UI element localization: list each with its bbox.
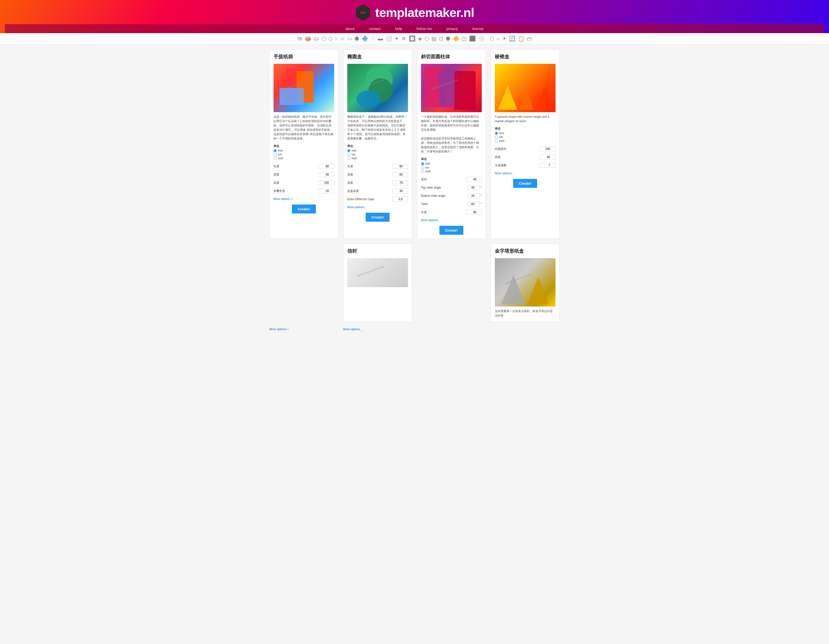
card-handbag-image: WWW.ABSKOOP.COM [274, 64, 334, 112]
handbag-create-btn[interactable]: Create! [292, 205, 316, 213]
shape-icon-14[interactable]: ✦ [394, 36, 399, 42]
handbag-radio-mm[interactable]: mm [274, 149, 334, 152]
shape-icon-10[interactable]: 🔷 [361, 36, 368, 42]
slant-diameter-input[interactable] [466, 177, 482, 182]
card-envelope-image: WWW.ABSKOOP.COM [347, 258, 408, 287]
oval-height-input[interactable] [392, 180, 408, 185]
shape-icon-30[interactable]: 📋 [518, 36, 524, 42]
slant-create-btn[interactable]: Create! [440, 226, 463, 235]
pyramid-unit-group: 单位 mm cm inch [495, 127, 555, 143]
card-pyramid-desc: A pyramid shape with custom height and a… [495, 115, 555, 123]
shape-icon-24[interactable]: ⬛ [469, 36, 476, 42]
oval-lid-input[interactable] [392, 189, 408, 194]
slant-more-options[interactable]: More options... [421, 219, 482, 222]
shape-icon-16[interactable]: 🔲 [409, 36, 416, 42]
handbag-fold-input[interactable] [318, 189, 334, 194]
main-content: 手提纸袋 WWW.ABSKOOP.COM 这是一款经典的纸袋，能压平存放。也许您… [265, 44, 564, 336]
shape-icon-11[interactable]: ♡ [370, 36, 375, 42]
shape-icon-23[interactable]: ◫ [462, 36, 467, 42]
slant-radio-inch[interactable]: inch [421, 170, 482, 173]
bottom-more-options-mid-link[interactable]: More options _ [343, 328, 412, 331]
handbag-unit-group: 单位 mm cm inch [274, 144, 334, 160]
handbag-more-options[interactable]: More options = [274, 197, 334, 201]
handbag-length-input[interactable] [318, 164, 334, 169]
shape-icon-12[interactable]: ▬ [378, 36, 383, 42]
handbag-radio-cm[interactable]: cm [274, 153, 334, 156]
nav-help[interactable]: help [395, 27, 402, 31]
bottom-more-options-left-link[interactable]: More options = [270, 328, 338, 331]
slant-top-angle-input[interactable] [468, 185, 480, 190]
oval-offset-input[interactable] [392, 197, 408, 202]
shape-icon-13[interactable]: ⬜ [386, 36, 392, 42]
shape-icon-31[interactable]: 🗃 [527, 36, 532, 42]
pyramid-diameter-input[interactable] [540, 146, 555, 151]
slant-length-input[interactable] [466, 210, 482, 215]
card-oval-box: 椭圆盒 WWW.ABSKOOP.COM 椭圆形的盒子。该模板由4部分组成，并附带… [343, 49, 412, 239]
card-gold-pyramid-image: WWW.ABSKOOP.COM [495, 258, 555, 307]
shape-icon-8[interactable]: ▭ [347, 36, 352, 42]
shape-icon-18[interactable]: ⬡ [424, 36, 429, 42]
shape-icon-20[interactable]: ⊡ [439, 36, 443, 42]
pyramid-radio-inch[interactable]: inch [495, 139, 555, 143]
pyramid-height-input[interactable] [540, 155, 555, 159]
pyramid-radio-mm[interactable]: mm [495, 132, 555, 135]
oval-radio-mm[interactable]: mm [347, 149, 408, 152]
shape-icon-5[interactable]: ◇ [328, 36, 333, 42]
oval-length-label: 长度 [347, 164, 353, 168]
shape-icon-19[interactable]: ▤ [432, 36, 437, 42]
shape-icon-22[interactable]: 🔶 [453, 36, 459, 42]
pyramid-radio-cm[interactable]: cm [495, 135, 555, 139]
header: ✂ templatemaker.nl about contact help fo… [0, 0, 829, 33]
slant-radio-cm[interactable]: cm [421, 166, 482, 169]
card-oval-image: WWW.ABSKOOP.COM [347, 64, 408, 112]
nav-follow[interactable]: follow me [416, 27, 432, 31]
handbag-width-label: 宽度 [274, 173, 279, 177]
slant-radio-mm[interactable]: mm [421, 162, 482, 165]
pyramid-faces-input[interactable] [540, 163, 555, 168]
shape-icon-15[interactable]: ⭘ [401, 36, 407, 42]
oval-width-input[interactable] [392, 172, 408, 177]
handbag-radio-inch[interactable]: inch [274, 157, 334, 160]
pyramid-create-btn[interactable]: Create! [513, 179, 537, 188]
shape-icon-9[interactable]: ⬟ [355, 36, 359, 42]
icons-bar: 🛍 📦 🗂 ⬡ ◇ ○ ▱ ▭ ⬟ 🔷 ♡ ▬ ⬜ ✦ ⭘ 🔲 ◈ ⬡ ▤ ⊡ … [0, 33, 829, 44]
pyramid-more-options[interactable]: More options... [495, 172, 555, 175]
nav-about[interactable]: about [345, 27, 355, 31]
shape-icon-26[interactable]: ⬡ [490, 36, 494, 42]
oval-length-input[interactable] [392, 164, 408, 169]
shape-icon-28[interactable]: ✈ [502, 36, 506, 42]
nav-contact[interactable]: contact [369, 27, 381, 31]
handbag-width-input[interactable] [318, 172, 334, 177]
shape-icon-4[interactable]: ⬡ [322, 36, 326, 42]
handbag-height-input[interactable] [318, 180, 334, 185]
shape-icon-17[interactable]: ◈ [418, 36, 422, 42]
nav-license[interactable]: license [472, 27, 484, 31]
nav-privacy[interactable]: privacy [446, 27, 458, 31]
slant-length-row: 长度 [421, 210, 482, 215]
oval-radio-cm[interactable]: cm [347, 153, 408, 156]
scissors-icon: ✂ [360, 9, 366, 17]
oval-create-btn[interactable]: Create! [366, 213, 390, 222]
oval-more-options[interactable]: More options... [347, 205, 408, 209]
shape-icon-29[interactable]: 🔄 [509, 36, 515, 42]
pyramid-height-label: 高度 [495, 155, 501, 159]
oval-width-label: 宽度 [347, 173, 353, 177]
shape-icon-2[interactable]: 📦 [305, 36, 311, 42]
shape-icon-21[interactable]: ⬣ [446, 36, 450, 42]
slant-unit-label: 单位 [421, 157, 482, 161]
shape-icon-27[interactable]: ○ [496, 36, 500, 42]
slant-twist-input[interactable] [468, 202, 480, 206]
card-pyramid-image: WWW.ABSKOOP.COM [495, 64, 555, 112]
slant-twist-row: Twist ° [421, 202, 482, 206]
shape-icon-1[interactable]: 🛍 [297, 36, 302, 42]
shape-icon-3[interactable]: 🗂 [314, 36, 319, 42]
shape-icon-7[interactable]: ▱ [340, 36, 345, 42]
oval-height-label: 高度 [347, 181, 353, 185]
oval-unit-label: 单位 [347, 144, 408, 148]
slant-bot-angle-input[interactable] [468, 194, 480, 198]
oval-radio-inch[interactable]: inch [347, 157, 408, 160]
shape-icon-25[interactable]: ⚪ [478, 36, 485, 42]
card-slant-desc: 一个被斜切的圆柱体。它的顶部和底部都可以被斜切。长度代表是这个斜切圆柱体中心轴的… [421, 115, 482, 154]
shape-icon-6[interactable]: ○ [335, 36, 338, 42]
card-envelope: 信封 WWW.ABSKOOP.COM [343, 244, 412, 322]
